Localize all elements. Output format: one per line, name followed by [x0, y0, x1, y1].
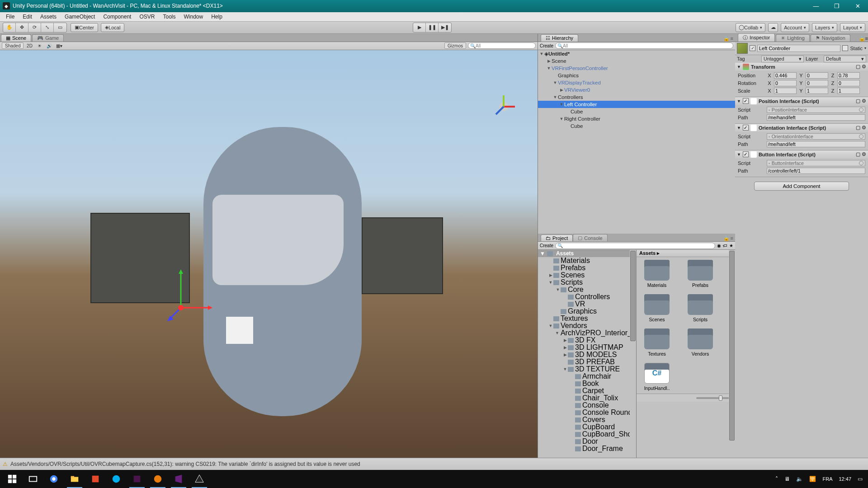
- add-component-button[interactable]: Add Component: [754, 182, 849, 191]
- project-tree-scrollbar[interactable]: [630, 250, 636, 458]
- menu-component[interactable]: Component: [99, 13, 135, 21]
- script-field[interactable]: ▫ PositionInterface: [767, 107, 865, 113]
- assets-root[interactable]: ▼Assets: [538, 250, 636, 257]
- panel-menu-icon[interactable]: ≡: [731, 235, 733, 241]
- rot-z-field[interactable]: [837, 80, 860, 86]
- assets-scrollbar[interactable]: [729, 250, 735, 458]
- project-tree-item[interactable]: Armchair: [538, 373, 636, 380]
- project-tree-item[interactable]: Chair_Tolix: [538, 394, 636, 402]
- audio-toggle[interactable]: 🔊: [45, 42, 53, 49]
- project-tree-item[interactable]: ▼3D TEXTURE: [538, 366, 636, 373]
- project-tree-item[interactable]: Controllers: [538, 293, 636, 300]
- tab-console[interactable]: ▢Console: [573, 234, 607, 241]
- move-tool[interactable]: ✥: [16, 23, 28, 32]
- fx-toggle[interactable]: ▦▾: [55, 42, 63, 49]
- asset-item[interactable]: Scripts: [683, 294, 718, 322]
- hierarchy-item[interactable]: ▼Controllers: [538, 94, 735, 101]
- minimize-button[interactable]: —: [806, 0, 826, 12]
- 2d-toggle[interactable]: 2D: [25, 42, 33, 49]
- project-search[interactable]: 🔍: [555, 243, 715, 249]
- favorite-button[interactable]: ★: [729, 243, 733, 248]
- slack-app[interactable]: [127, 470, 147, 488]
- project-tree-item[interactable]: Carpet: [538, 387, 636, 394]
- close-button[interactable]: ✕: [847, 0, 868, 12]
- project-tree[interactable]: ▼AssetsMaterialsPrefabs▶Scenes▼Scripts▼C…: [538, 250, 637, 458]
- project-tree-item[interactable]: Book: [538, 380, 636, 387]
- script-field[interactable]: ▫ ButtonInterface: [767, 160, 865, 166]
- project-tree-item[interactable]: ▶Scenes: [538, 272, 636, 279]
- asset-item[interactable]: Textures: [639, 328, 675, 357]
- menu-file[interactable]: File: [2, 13, 19, 21]
- tray-volume-icon[interactable]: 🔈: [796, 476, 803, 482]
- layout-dropdown[interactable]: Layout: [840, 23, 865, 32]
- chrome-app[interactable]: [43, 470, 64, 488]
- unity-app[interactable]: [189, 470, 210, 488]
- hierarchy-item[interactable]: ▼VRDisplayTracked: [538, 79, 735, 86]
- project-tree-item[interactable]: ▶3D MODELS: [538, 351, 636, 358]
- status-warning-text[interactable]: Assets/Vendors/OVR/Scripts/Util/OVRCubem…: [10, 461, 360, 467]
- rot-y-field[interactable]: [806, 80, 828, 86]
- tab-lighting[interactable]: ☀Lighting: [776, 34, 810, 42]
- menu-window[interactable]: Window: [179, 13, 207, 21]
- project-tree-item[interactable]: Textures: [538, 315, 636, 322]
- panel-menu-icon[interactable]: ≡: [865, 36, 868, 41]
- collab-dropdown[interactable]: ◯ Collab: [736, 23, 765, 32]
- static-checkbox[interactable]: [842, 45, 848, 51]
- script-field[interactable]: ▫ OrientationInterface: [767, 133, 865, 140]
- tray-network-icon[interactable]: 🛜: [809, 476, 816, 482]
- path-field[interactable]: [767, 114, 865, 121]
- scene-viewport[interactable]: [0, 50, 538, 458]
- rot-x-field[interactable]: [774, 80, 797, 86]
- step-button[interactable]: ▶❚: [439, 23, 451, 32]
- hierarchy-item[interactable]: Graphics: [538, 72, 735, 79]
- project-assets-grid[interactable]: Assets ▸ MaterialsPrefabsScenesScriptsTe…: [637, 250, 735, 458]
- rotate-tool[interactable]: ⟳: [28, 23, 41, 32]
- asset-item[interactable]: Vendors: [683, 328, 718, 357]
- tab-project[interactable]: 🗀Project: [541, 235, 573, 241]
- hierarchy-item[interactable]: Cube: [538, 108, 735, 115]
- project-tree-item[interactable]: ▼Vendors: [538, 322, 636, 329]
- hierarchy-item[interactable]: ▼VRFirstPersonController: [538, 65, 735, 72]
- scl-z-field[interactable]: [837, 88, 860, 94]
- hierarchy-item[interactable]: ▼Right Controller: [538, 115, 735, 122]
- component-enabled-checkbox[interactable]: ✓: [743, 151, 749, 157]
- tab-scene[interactable]: ▦Scene: [1, 34, 31, 42]
- project-tree-item[interactable]: Console Round: [538, 409, 636, 416]
- pos-y-field[interactable]: [806, 72, 828, 79]
- pivot-center-toggle[interactable]: ▣ Center: [71, 23, 98, 32]
- menu-help[interactable]: Help: [207, 13, 226, 21]
- menu-gameobject[interactable]: GameObject: [61, 13, 99, 21]
- play-button[interactable]: ▶: [413, 23, 426, 32]
- app-5[interactable]: [85, 470, 106, 488]
- hierarchy-create-dropdown[interactable]: Create: [540, 43, 553, 48]
- project-tree-item[interactable]: CupBoard: [538, 423, 636, 431]
- space-local-toggle[interactable]: ◈ Local: [101, 23, 124, 32]
- skype-app[interactable]: [106, 470, 127, 488]
- layers-dropdown[interactable]: Layers: [812, 23, 837, 32]
- panel-lock-icon[interactable]: 🔒: [723, 235, 730, 241]
- scl-x-field[interactable]: [774, 88, 797, 94]
- tray-language[interactable]: FRA: [822, 476, 832, 482]
- blender-app[interactable]: [147, 470, 168, 488]
- tray-clock[interactable]: 12:47: [839, 476, 851, 482]
- rect-tool[interactable]: ▭: [54, 23, 66, 32]
- account-dropdown[interactable]: Account: [781, 23, 809, 32]
- explorer-app[interactable]: [64, 470, 85, 488]
- filter-button-2[interactable]: 🏷: [723, 243, 727, 248]
- tray-chevron-icon[interactable]: ˄: [775, 476, 778, 482]
- draw-mode-dropdown[interactable]: Shaded: [2, 42, 24, 49]
- taskview-button[interactable]: [23, 470, 43, 488]
- menu-tools[interactable]: Tools: [159, 13, 179, 21]
- hierarchy-tree[interactable]: ▼◈ Untitled* ▶Scene▼VRFirstPersonControl…: [538, 50, 735, 130]
- gizmos-dropdown[interactable]: Gizmos: [444, 42, 466, 49]
- project-tree-item[interactable]: ▶3D FX: [538, 337, 636, 344]
- project-tree-item[interactable]: Door: [538, 438, 636, 445]
- hierarchy-item[interactable]: ▶Scene: [538, 57, 735, 65]
- project-create-dropdown[interactable]: Create: [540, 243, 553, 248]
- project-tree-item[interactable]: 3D PREFAB: [538, 358, 636, 366]
- menu-edit[interactable]: Edit: [19, 13, 36, 21]
- hierarchy-item[interactable]: Cube: [538, 122, 735, 130]
- object-active-checkbox[interactable]: ✓: [750, 45, 755, 51]
- tray-notifications-icon[interactable]: ▭: [858, 476, 863, 482]
- project-tree-item[interactable]: ▼ArchVizPRO_Interior_Vol.1: [538, 329, 636, 337]
